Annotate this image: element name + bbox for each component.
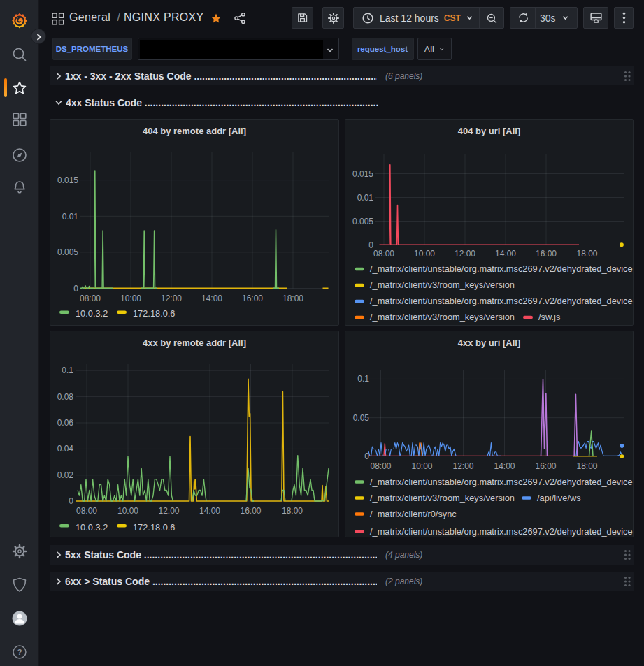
- svg-text:12:00: 12:00: [161, 294, 182, 303]
- svg-text:10.0.3.2: 10.0.3.2: [76, 522, 108, 533]
- svg-text:16:00: 16:00: [242, 294, 263, 303]
- svg-text:16:00: 16:00: [240, 506, 261, 516]
- svg-text:12:00: 12:00: [455, 249, 475, 259]
- svg-text:/_matrix/client/v3/room_keys/v: /_matrix/client/v3/room_keys/version: [370, 280, 515, 290]
- svg-text:0.1: 0.1: [357, 374, 369, 384]
- svg-text:14:00: 14:00: [199, 506, 220, 516]
- svg-text:0.06: 0.06: [57, 418, 74, 428]
- svg-text:0.005: 0.005: [352, 217, 373, 226]
- svg-text:0.08: 0.08: [57, 392, 74, 402]
- svg-text:0.01: 0.01: [62, 212, 79, 222]
- svg-text:/_matrix/client/unstable/org.m: /_matrix/client/unstable/org.matrix.msc2…: [370, 263, 633, 274]
- svg-text:0.04: 0.04: [57, 444, 74, 454]
- svg-text:12:00: 12:00: [158, 506, 179, 516]
- svg-text:08:00: 08:00: [80, 294, 101, 303]
- svg-text:0: 0: [69, 496, 73, 506]
- svg-text:172.18.0.6: 172.18.0.6: [133, 308, 176, 319]
- svg-text:0.02: 0.02: [57, 470, 74, 480]
- svg-text:/sw.js: /sw.js: [538, 312, 560, 322]
- svg-text:18:00: 18:00: [576, 249, 597, 259]
- svg-text:08:00: 08:00: [370, 461, 391, 471]
- svg-text:10:00: 10:00: [117, 506, 138, 516]
- svg-text:14:00: 14:00: [201, 294, 222, 303]
- svg-text:0.1: 0.1: [62, 365, 73, 375]
- svg-text:0.01: 0.01: [357, 193, 374, 203]
- svg-text:/_matrix/client/unstable/org.m: /_matrix/client/unstable/org.matrix.msc2…: [370, 526, 633, 537]
- svg-text:08:00: 08:00: [373, 249, 394, 259]
- svg-text:/_matrix/client/r0/sync: /_matrix/client/r0/sync: [370, 509, 457, 519]
- svg-text:10.0.3.2: 10.0.3.2: [76, 308, 108, 319]
- svg-text:0.05: 0.05: [353, 413, 370, 423]
- svg-text:/_matrix/client/unstable/org.m: /_matrix/client/unstable/org.matrix.msc2…: [370, 477, 633, 487]
- svg-text:10:00: 10:00: [414, 249, 435, 259]
- svg-text:/_matrix/client/v3/room_keys/v: /_matrix/client/v3/room_keys/version: [370, 493, 515, 503]
- svg-text:12:00: 12:00: [452, 461, 473, 471]
- svg-text:18:00: 18:00: [576, 461, 597, 471]
- svg-text:16:00: 16:00: [536, 249, 557, 259]
- svg-text:18:00: 18:00: [282, 506, 303, 516]
- svg-text:08:00: 08:00: [76, 506, 97, 516]
- svg-text:/_matrix/client/unstable/org.m: /_matrix/client/unstable/org.matrix.msc2…: [370, 296, 633, 306]
- svg-text:18:00: 18:00: [282, 294, 303, 303]
- svg-text:0: 0: [73, 284, 78, 294]
- svg-text:10:00: 10:00: [411, 461, 432, 471]
- svg-text:0.015: 0.015: [352, 169, 373, 179]
- svg-text:16:00: 16:00: [535, 461, 556, 471]
- svg-text:/api/live/ws: /api/live/ws: [537, 493, 581, 503]
- svg-text:0.015: 0.015: [57, 175, 78, 185]
- svg-text:14:00: 14:00: [494, 461, 515, 471]
- svg-text:10:00: 10:00: [120, 294, 141, 303]
- svg-text:/_matrix/client/v3/room_keys/v: /_matrix/client/v3/room_keys/version: [370, 312, 515, 322]
- svg-text:14:00: 14:00: [495, 249, 516, 259]
- svg-text:?: ?: [17, 648, 22, 656]
- svg-text:172.18.0.6: 172.18.0.6: [133, 522, 176, 533]
- svg-text:0.005: 0.005: [57, 247, 78, 257]
